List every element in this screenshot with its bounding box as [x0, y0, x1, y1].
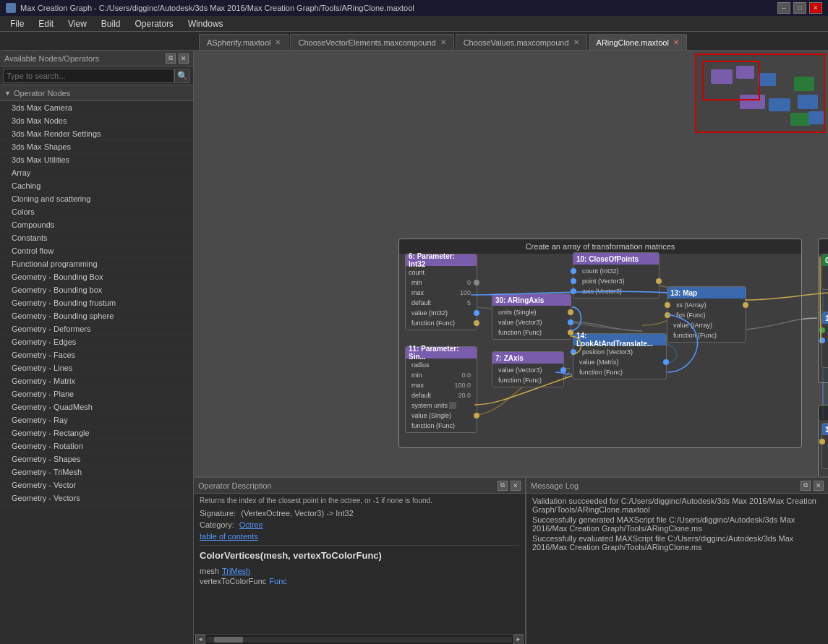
port-system-units: system units [406, 400, 477, 411]
list-item[interactable]: Geometry - Vectors [0, 491, 193, 505]
list-item[interactable]: Geometry - Rectangle [0, 426, 193, 439]
list-item[interactable]: 3ds Max Utilities [0, 153, 193, 166]
search-input[interactable] [3, 69, 174, 83]
panel-header-controls[interactable]: ⧉ ✕ [166, 53, 189, 64]
list-item[interactable]: Geometry - Rotation [0, 439, 193, 452]
tab-close-aspherify[interactable]: ✕ [275, 38, 281, 46]
list-item[interactable]: Cloning and scattering [0, 192, 193, 205]
group-transform-array: Create an array of transformation matric… [398, 239, 802, 448]
panel-float-button[interactable]: ⧉ [166, 53, 176, 64]
list-item[interactable]: 3ds Max Shapes [0, 140, 193, 153]
menu-build[interactable]: Build [94, 17, 128, 30]
menu-view[interactable]: View [61, 17, 94, 30]
operator-list[interactable]: 3ds Max Camera 3ds Max Nodes 3ds Max Ren… [0, 101, 193, 644]
port-position: position (Vector3) [573, 347, 666, 357]
list-item-geo-bsphere[interactable]: Geometry - Bounding sphere [0, 309, 193, 322]
list-item[interactable]: 3ds Max Camera [0, 101, 193, 114]
close-button[interactable]: ✕ [809, 2, 822, 14]
list-item[interactable]: Functional programming [0, 257, 193, 270]
list-item-geo-edges[interactable]: Geometry - Edges [0, 335, 193, 348]
category-link[interactable]: Octree [239, 520, 263, 529]
scroll-right-button[interactable]: ► [513, 635, 524, 645]
titlebar-controls[interactable]: – □ ✕ [777, 2, 822, 14]
list-item[interactable]: Geometry - QuadMesh [0, 400, 193, 413]
message-log-panel: Message Log ⧉ ✕ Validation succeeded for… [526, 478, 828, 644]
param-name: vertexToColorFunc [200, 577, 266, 585]
bottom-scrollbar[interactable]: ◄ ► [194, 634, 525, 644]
list-item-geo-bbox2[interactable]: Geometry - Bounding box [0, 283, 193, 296]
bottom-panels: Operator Description ⧉ ✕ Returns the ind… [194, 476, 828, 644]
scroll-track [207, 637, 512, 643]
desc-header-controls[interactable]: ⧉ ✕ [498, 481, 521, 491]
list-item-geo-lines[interactable]: Geometry - Lines [0, 361, 193, 374]
list-item-geo-matrix[interactable]: Geometry - Matrix [0, 374, 193, 387]
toc-link[interactable]: table of contents [200, 532, 258, 541]
list-item[interactable]: 3ds Max Nodes [0, 114, 193, 127]
menu-windows[interactable]: Windows [181, 17, 231, 30]
tab-close-choosevector[interactable]: ✕ [440, 38, 446, 46]
titlebar: Max Creation Graph - C:/Users/digginc/Au… [0, 0, 828, 16]
list-item[interactable]: 3ds Max Render Settings [0, 127, 193, 140]
port-func-aringaxis: function (Func) [492, 327, 571, 338]
menu-edit[interactable]: Edit [31, 17, 61, 30]
list-item-control-flow[interactable]: Control flow [0, 244, 193, 257]
node-transformmesh[interactable]: 16: TransformMesh mesh (TriMesh) matrix … [821, 312, 828, 368]
list-item[interactable]: Geometry - Ray [0, 413, 193, 426]
group-transformed-meshes: Create array of transformed meshes 0: Mo… [818, 239, 828, 383]
list-item-geo-plane[interactable]: Geometry - Plane [0, 387, 193, 400]
list-item-geo-faces[interactable]: Geometry - Faces [0, 348, 193, 361]
tab-choosevalues[interactable]: ChooseValues.maxcompound ✕ [456, 34, 587, 50]
node-map13[interactable]: 13: Map xs (IArray) fxn (Func) [667, 286, 746, 343]
list-item[interactable]: Geometry - Bounding frustum [0, 296, 193, 309]
list-item[interactable]: Geometry - Shapes [0, 452, 193, 465]
list-item[interactable]: Geometry - Deformers [0, 322, 193, 335]
scroll-thumb[interactable] [214, 637, 243, 643]
port-value-trimesh-16: value (TriMesh) [822, 345, 828, 356]
port-default: default 5 [406, 298, 477, 308]
port-max: max 100 [406, 288, 477, 298]
node-modifier-trimesh[interactable]: 0: Modifier: TriMesh value (TriMesh) fun… [821, 254, 828, 290]
group-final-mesh: Create final mesh 18: CombineAllMes... m… [818, 405, 828, 476]
search-button[interactable]: 🔍 [174, 69, 190, 83]
menu-operators[interactable]: Operators [128, 17, 181, 30]
doc-signature: Signature: (VertexOctree, Vector3) -> In… [200, 509, 519, 518]
node-parameter-single[interactable]: 11: Parameter: Sin... radius min 0.0 max [405, 346, 477, 433]
tab-choosevector[interactable]: ChooseVectorElements.maxcompound ✕ [290, 34, 453, 50]
node-aringaxis[interactable]: 30: ARingAxis units (Single) value (Vect… [492, 293, 571, 340]
tab-close-choosevalues[interactable]: ✕ [573, 38, 579, 46]
param-type-link[interactable]: TriMesh [222, 567, 250, 575]
log-float-button[interactable]: ⧉ [801, 481, 811, 491]
doc-category: Category: Octree [200, 520, 519, 529]
list-item[interactable]: Colors [0, 205, 193, 218]
minimize-button[interactable]: – [777, 2, 790, 14]
log-header-controls[interactable]: ⧉ ✕ [801, 481, 824, 491]
tab-aringclone[interactable]: ARingClone.maxtool ✕ [589, 34, 687, 50]
doc-separator [200, 545, 519, 546]
tab-close-aringclone[interactable]: ✕ [673, 38, 679, 46]
list-item[interactable]: Geometry - TriMesh [0, 465, 193, 478]
tab-aspherify[interactable]: ASpherify.maxtool ✕ [199, 34, 289, 50]
desc-close-button[interactable]: ✕ [511, 481, 521, 491]
port-func-combine: function (Func) [822, 457, 828, 467]
node-zaxis[interactable]: 7: ZAxis value (Vector3) function (Func) [492, 351, 564, 387]
panel-pin-button[interactable]: ✕ [179, 53, 189, 64]
list-item-geo-bbox[interactable]: Geometry - Bounding Box [0, 270, 193, 283]
scroll-left-button[interactable]: ◄ [195, 635, 205, 645]
menu-file[interactable]: File [3, 17, 31, 30]
tab-label: ARingClone.maxtool [597, 38, 669, 47]
canvas-area[interactable]: Create an array of transformation matric… [194, 51, 828, 476]
node-closepoints[interactable]: 10: CloseOfPoints count (Int32) point (V… [573, 252, 660, 299]
list-item[interactable]: Compounds [0, 218, 193, 231]
list-item[interactable]: Caching [0, 179, 193, 192]
list-item[interactable]: Array [0, 166, 193, 179]
maximize-button[interactable]: □ [793, 2, 806, 14]
desc-float-button[interactable]: ⧉ [498, 481, 508, 491]
node-lookatandtranslate[interactable]: 14: LookAtAndTranslate... position (Vect… [573, 333, 667, 379]
log-close-button[interactable]: ✕ [814, 481, 824, 491]
minimap[interactable] [695, 53, 825, 133]
node-combinemeshes[interactable]: 18: CombineAllMes... meshes (IArray) val… [821, 423, 828, 469]
list-item[interactable]: Constants [0, 231, 193, 244]
param-type: Func [269, 577, 286, 585]
node-parameter-int32[interactable]: 6: Parameter: Int32 count min 0 [405, 254, 477, 330]
list-item[interactable]: Geometry - Vector [0, 478, 193, 491]
